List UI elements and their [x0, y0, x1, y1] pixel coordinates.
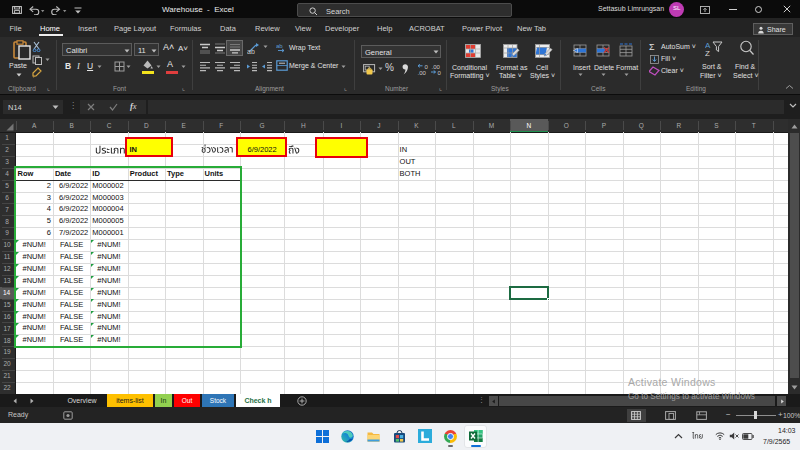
svg-text:0: 0	[437, 69, 441, 75]
svg-text:ab: ab	[247, 48, 255, 55]
svg-text:.00: .00	[417, 69, 426, 75]
svg-text:ab: ab	[276, 43, 283, 49]
svg-text:Z: Z	[705, 49, 710, 57]
